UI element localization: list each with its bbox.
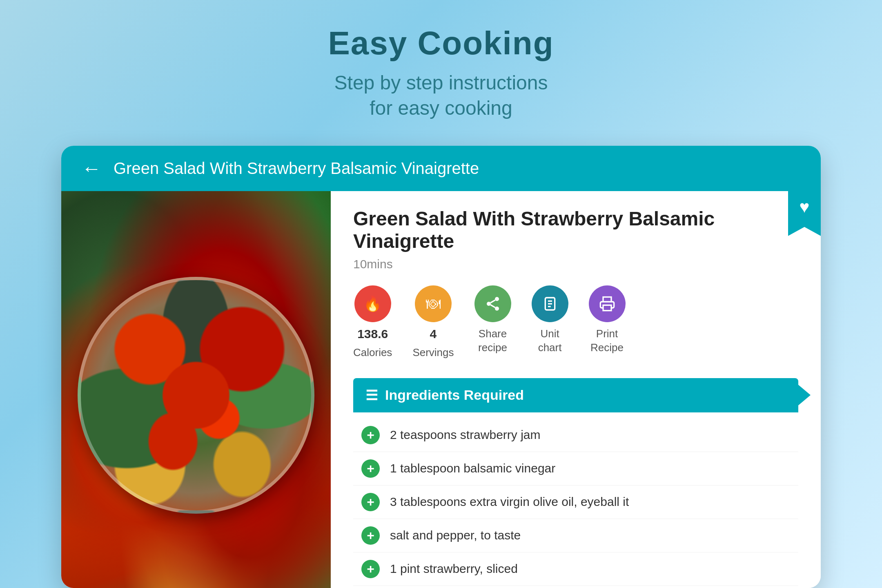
- favorite-icon: ♥: [800, 197, 810, 217]
- add-ingredient-btn-5[interactable]: +: [361, 560, 380, 578]
- ingredients-header: ☰ Ingredients Required 6 Items: [353, 378, 798, 412]
- recipe-stats: 🔥 138.6 Calories 🍽 4 Servings: [353, 285, 798, 360]
- food-image: [61, 191, 331, 588]
- stat-unit[interactable]: Unitchart: [532, 285, 568, 355]
- svg-point-2: [495, 306, 499, 310]
- page-subtitle: Step by step instructionsfor easy cookin…: [334, 70, 548, 121]
- stat-calories[interactable]: 🔥 138.6 Calories: [353, 285, 392, 360]
- ingredient-text-4: salt and pepper, to taste: [390, 528, 521, 542]
- content-area: ♥ Green Salad With Strawberry Balsamic V…: [61, 191, 821, 588]
- stat-print[interactable]: PrintRecipe: [589, 285, 626, 355]
- ingredients-title: Ingredients Required: [385, 387, 524, 403]
- add-ingredient-btn-1[interactable]: +: [361, 426, 380, 444]
- ingredients-badge: 6 Items: [752, 381, 778, 410]
- share-label: Sharerecipe: [478, 327, 507, 355]
- recipe-time: 10mins: [353, 257, 798, 271]
- calories-circle: 🔥: [354, 285, 391, 322]
- add-ingredient-btn-4[interactable]: +: [361, 526, 380, 545]
- favorite-bookmark[interactable]: ♥: [788, 191, 821, 236]
- list-item: + 1 tablespoon balsamic vinegar: [353, 452, 798, 486]
- calories-value: 138.6: [357, 327, 388, 341]
- unit-label: Unitchart: [538, 327, 562, 355]
- page-title: Easy Cooking: [328, 24, 554, 62]
- ingredients-count: 6: [761, 381, 769, 398]
- stat-servings[interactable]: 🍽 4 Servings: [412, 285, 454, 360]
- recipe-title: Green Salad With Strawberry Balsamic Vin…: [353, 207, 798, 252]
- stat-share[interactable]: Sharerecipe: [474, 285, 511, 355]
- ingredients-badge-label: Items: [752, 398, 778, 410]
- ingredient-text-5: 1 pint strawberry, sliced: [390, 562, 518, 576]
- servings-value: 4: [430, 327, 437, 341]
- list-item: + 2 teaspoons strawberry jam: [353, 419, 798, 452]
- app-container: ← Green Salad With Strawberry Balsamic V…: [61, 146, 821, 588]
- food-image-inner: [61, 191, 331, 588]
- ingredient-text-2: 1 tablespoon balsamic vinegar: [390, 461, 555, 475]
- list-item: + 3 tablespoons extra virgin olive oil, …: [353, 486, 798, 519]
- salad-photo: [78, 277, 314, 514]
- svg-line-3: [490, 305, 495, 307]
- add-ingredient-btn-3[interactable]: +: [361, 493, 380, 511]
- list-item: + 1 pint strawberry, sliced: [353, 552, 798, 586]
- calories-label: Calories: [353, 346, 392, 360]
- ingredients-section: ☰ Ingredients Required 6 Items + 2 teasp…: [353, 378, 798, 588]
- top-bar: ← Green Salad With Strawberry Balsamic V…: [61, 146, 821, 191]
- print-label: PrintRecipe: [590, 327, 624, 355]
- recipe-panel: ♥ Green Salad With Strawberry Balsamic V…: [331, 191, 821, 588]
- ingredients-icon: ☰: [365, 387, 378, 403]
- servings-label: Servings: [412, 346, 454, 360]
- svg-rect-9: [603, 305, 611, 310]
- top-bar-title: Green Salad With Strawberry Balsamic Vin…: [114, 159, 479, 178]
- unit-circle: [532, 285, 568, 322]
- svg-point-1: [487, 302, 491, 306]
- print-circle: [589, 285, 626, 322]
- back-button[interactable]: ←: [82, 157, 101, 180]
- servings-circle: 🍽: [415, 285, 452, 322]
- ingredient-text-3: 3 tablespoons extra virgin olive oil, ey…: [390, 495, 629, 509]
- svg-line-4: [490, 300, 495, 303]
- ingredients-list: + 2 teaspoons strawberry jam + 1 tablesp…: [353, 412, 798, 588]
- ingredient-text-1: 2 teaspoons strawberry jam: [390, 428, 541, 442]
- add-ingredient-btn-2[interactable]: +: [361, 459, 380, 478]
- list-item: + 4 -5 cups chopped romaine lettuce or 4…: [353, 586, 798, 588]
- share-circle: [474, 285, 511, 322]
- list-item: + salt and pepper, to taste: [353, 519, 798, 552]
- svg-point-0: [495, 297, 499, 301]
